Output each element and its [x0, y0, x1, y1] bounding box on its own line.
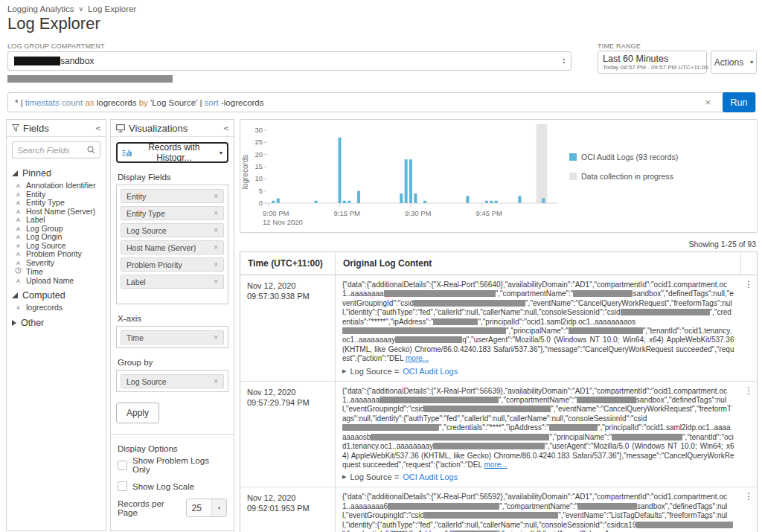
histogram-bar[interactable]: [542, 198, 545, 203]
log-time-cell: Nov 12, 202009:57:29.794 PM: [240, 381, 336, 487]
remove-chip-icon[interactable]: ×: [214, 243, 218, 251]
checkbox-label: Show Log Scale: [132, 482, 194, 491]
row-menu-kebab-icon[interactable]: ⋮: [741, 275, 758, 382]
checkbox-show-log-scale[interactable]: Show Log Scale: [118, 481, 227, 491]
log-source-link[interactable]: OCI Audit Logs: [403, 367, 458, 376]
histogram-bar[interactable]: [409, 159, 412, 203]
clear-query-icon[interactable]: ×: [705, 97, 711, 108]
remove-chip-icon[interactable]: ×: [214, 260, 218, 269]
field-chip-log-source[interactable]: Log Source×: [121, 374, 224, 388]
search-fields-input[interactable]: Search Fields: [12, 141, 100, 158]
log-group-compartment-select[interactable]: sandbox ▴▾: [7, 51, 572, 71]
apply-button[interactable]: Apply: [116, 403, 159, 423]
field-item-host-name-server-[interactable]: AHost Name (Server): [7, 208, 106, 217]
string-field-icon: A: [15, 199, 22, 208]
row-menu-kebab-icon[interactable]: ⋮: [741, 381, 758, 487]
time-range-label: TIME RANGE: [598, 42, 641, 50]
remove-chip-icon[interactable]: ×: [214, 333, 218, 342]
field-item-time[interactable]: Time: [7, 267, 106, 277]
field-item-annotation-identifier[interactable]: AAnnotation Identifier: [7, 182, 106, 190]
records-per-page-select[interactable]: 25 ▾: [186, 499, 228, 517]
field-item-label: Problem Priority: [26, 250, 82, 259]
histogram-bar[interactable]: [277, 198, 280, 203]
field-item-problem-priority[interactable]: AProblem Priority: [7, 250, 106, 259]
log-content-cell: {"data":{"additionalDetails":{"X-Real-Po…: [336, 381, 741, 487]
histogram-bar[interactable]: [490, 201, 493, 203]
checkbox-unchecked-icon[interactable]: [118, 481, 127, 491]
field-chip-problem-priority[interactable]: Problem Priority×: [121, 257, 224, 272]
histogram-bar[interactable]: [357, 191, 360, 203]
remove-chip-icon[interactable]: ×: [214, 278, 218, 286]
histogram-bar[interactable]: [485, 201, 488, 203]
run-button[interactable]: Run: [723, 92, 755, 112]
field-item-logrecords[interactable]: #logrecords: [7, 304, 106, 313]
search-placeholder: Search Fields: [17, 146, 87, 155]
checkbox-unchecked-icon[interactable]: [118, 461, 127, 470]
remove-chip-icon[interactable]: ×: [214, 209, 218, 217]
field-chip-entity-type[interactable]: Entity Type×: [121, 206, 224, 220]
visualizations-panel: Visualizations < Records with Histogr...…: [110, 119, 234, 531]
checkbox-show-problem-logs-only[interactable]: Show Problem Logs Only: [118, 456, 227, 474]
field-item-label[interactable]: ALabel: [7, 216, 106, 225]
log-source-label: Log Source =: [350, 367, 399, 376]
histogram-bar[interactable]: [339, 138, 342, 203]
histogram-bar[interactable]: [414, 193, 417, 203]
stepper-arrows-icon[interactable]: ▴▾: [563, 57, 565, 65]
histogram-bar[interactable]: [466, 196, 469, 203]
remove-chip-icon[interactable]: ×: [214, 226, 218, 234]
remove-chip-icon[interactable]: ×: [214, 192, 218, 200]
field-chip-label[interactable]: Label×: [121, 275, 224, 289]
chevron-down-icon[interactable]: ∨: [79, 5, 84, 13]
histogram-bar[interactable]: [518, 196, 521, 203]
log-timestamp: 09:57:29.794 PM: [247, 397, 328, 408]
histogram-bar[interactable]: [495, 201, 498, 203]
field-item-severity[interactable]: ASeverity: [7, 259, 106, 268]
column-header-content[interactable]: Original Log Content: [336, 252, 741, 275]
field-item-entity-type[interactable]: AEntity Type: [7, 199, 106, 208]
histogram-bar[interactable]: [272, 201, 275, 203]
field-chip-host-name-server-[interactable]: Host Name (Server)×: [121, 240, 224, 254]
triangle-collapsed-icon: [12, 320, 16, 326]
more-link[interactable]: more...: [406, 354, 429, 362]
chart-type-select[interactable]: Records with Histogr... ▾: [116, 142, 228, 163]
time-range-select[interactable]: Last 60 Minutes Today 08:57 PM - 09:57 P…: [598, 51, 707, 74]
query-input[interactable]: * | timestats count as logrecords by 'Lo…: [15, 98, 705, 107]
row-menu-kebab-icon[interactable]: ⋮: [741, 487, 758, 532]
string-field-icon: A: [15, 190, 22, 199]
histogram-bar[interactable]: [343, 201, 346, 203]
log-source-link[interactable]: OCI Audit Logs: [403, 472, 458, 481]
redacted-text: [342, 327, 506, 334]
fields-section-computed[interactable]: Computed: [7, 285, 106, 304]
redacted-text-bar: [7, 75, 173, 83]
field-chip-time[interactable]: Time×: [121, 330, 224, 344]
histogram-bar[interactable]: [423, 201, 426, 203]
table-row: Nov 12, 202009:57:29.794 PM{"data":{"add…: [240, 381, 758, 487]
more-link[interactable]: more...: [484, 461, 507, 469]
field-item-log-origin[interactable]: ALog Origin: [7, 233, 106, 242]
chip-label: Entity: [127, 192, 146, 201]
fields-section-label: Pinned: [22, 168, 51, 179]
fields-section-other[interactable]: Other: [7, 313, 106, 331]
display-fields-label: Display Fields: [118, 173, 227, 182]
column-header-time[interactable]: Time (UTC+11:00): [240, 252, 336, 275]
field-chip-log-source[interactable]: Log Source×: [121, 223, 224, 237]
collapse-panel-icon[interactable]: <: [223, 124, 228, 133]
triangle-right-icon[interactable]: ▶: [342, 474, 346, 480]
collapse-panel-icon[interactable]: <: [95, 124, 100, 133]
query-bar[interactable]: * | timestats count as logrecords by 'Lo…: [7, 92, 756, 112]
field-item-upload-name[interactable]: AUpload Name: [7, 277, 106, 286]
chevron-down-icon: ▾: [217, 150, 222, 156]
histogram-bar[interactable]: [348, 201, 350, 203]
triangle-right-icon[interactable]: ▶: [342, 368, 346, 374]
histogram-bar[interactable]: [315, 201, 318, 203]
field-chip-entity[interactable]: Entity×: [121, 189, 224, 203]
redacted-text: [612, 434, 682, 440]
remove-chip-icon[interactable]: ×: [214, 377, 218, 385]
fields-section-pinned[interactable]: Pinned: [7, 163, 106, 182]
histogram-bar[interactable]: [405, 159, 408, 203]
breadcrumb-logging-analytics[interactable]: Logging Analytics: [7, 4, 74, 13]
histogram-bar[interactable]: [400, 193, 403, 203]
redacted-text: [636, 522, 733, 528]
legend-item-data-collection: Data collection in progress: [569, 172, 678, 181]
actions-button[interactable]: Actions ▾: [711, 51, 757, 74]
